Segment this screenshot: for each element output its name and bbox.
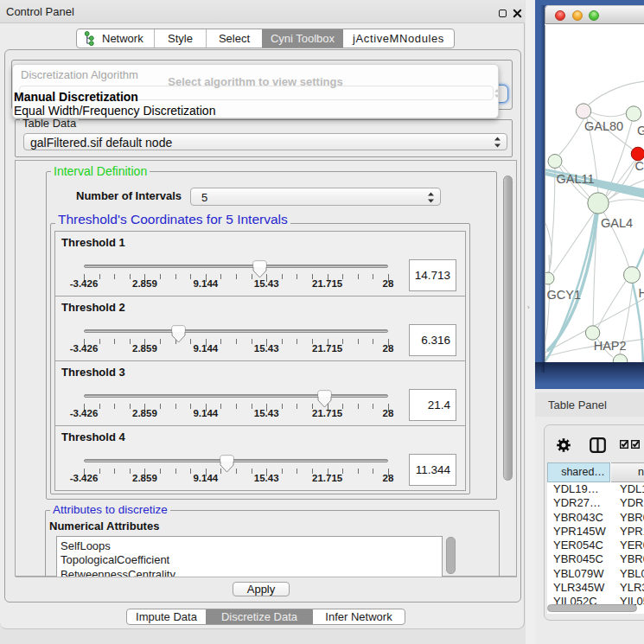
- svg-text:GAL4: GAL4: [601, 216, 633, 230]
- svg-text:C: C: [635, 159, 644, 173]
- svg-text:GA: GA: [637, 124, 644, 137]
- svg-text:GCY1: GCY1: [547, 288, 582, 302]
- svg-text:HAP2: HAP2: [594, 339, 627, 353]
- svg-text:GAL11: GAL11: [557, 172, 595, 186]
- svg-text:H: H: [639, 286, 644, 300]
- svg-text:GAL80: GAL80: [584, 119, 623, 133]
